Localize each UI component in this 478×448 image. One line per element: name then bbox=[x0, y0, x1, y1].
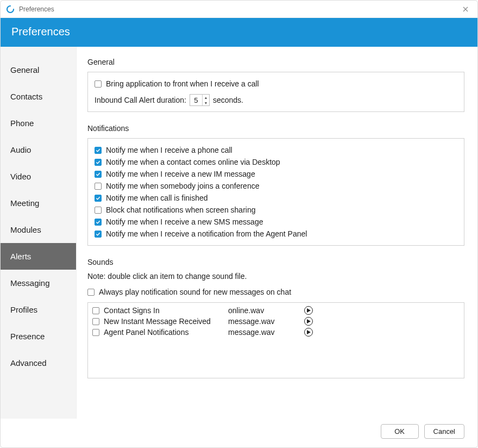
footer: OK Cancel bbox=[1, 419, 477, 447]
sidebar-item-video[interactable]: Video bbox=[1, 163, 76, 190]
checkbox-bring-to-front[interactable] bbox=[95, 80, 102, 88]
notification-row: Notify me when I receive a new IM messag… bbox=[95, 168, 457, 180]
spinner-up-icon[interactable]: ▲ bbox=[203, 95, 209, 100]
checkbox-sound[interactable] bbox=[92, 329, 99, 336]
preferences-window: Preferences Preferences GeneralContactsP… bbox=[0, 0, 478, 448]
sound-row[interactable]: Contact Signs Inonline.wav bbox=[92, 305, 460, 316]
notification-label: Notify me when a contact comes online vi… bbox=[106, 158, 280, 166]
section-title-sounds: Sounds bbox=[87, 258, 464, 266]
checkbox-notification[interactable] bbox=[95, 195, 102, 202]
notification-label: Notify me when I receive a notification … bbox=[106, 229, 307, 238]
label-duration-prefix: Inbound Call Alert duration: bbox=[95, 96, 186, 104]
sidebar-item-meeting[interactable]: Meeting bbox=[1, 190, 76, 216]
ok-button[interactable]: OK bbox=[381, 424, 419, 439]
checkbox-always-play[interactable] bbox=[87, 289, 95, 296]
sounds-box: Note: double click an item to change sou… bbox=[87, 272, 464, 378]
sidebar-item-advanced[interactable]: Advanced bbox=[1, 350, 76, 376]
sidebar-item-phone[interactable]: Phone bbox=[1, 110, 76, 136]
sounds-note: Note: double click an item to change sou… bbox=[87, 272, 464, 281]
sidebar-item-alerts[interactable]: Alerts bbox=[1, 243, 76, 270]
sidebar-item-presence[interactable]: Presence bbox=[1, 323, 76, 350]
close-icon[interactable] bbox=[459, 3, 472, 16]
notification-row: Notify me when I receive a new SMS messa… bbox=[95, 216, 457, 228]
sidebar-item-general[interactable]: General bbox=[1, 57, 76, 83]
checkbox-notification[interactable] bbox=[95, 219, 102, 226]
section-title-general: General bbox=[87, 58, 464, 66]
sound-row[interactable]: Agent Panel Notificationsmessage.wav bbox=[92, 327, 460, 338]
sound-file: message.wav bbox=[228, 328, 304, 337]
notification-row: Notify me when a contact comes online vi… bbox=[95, 156, 457, 168]
header-title: Preferences bbox=[11, 26, 70, 38]
notification-label: Notify me when somebody joins a conferen… bbox=[106, 182, 259, 190]
content: General Bring application to front when … bbox=[77, 47, 477, 419]
checkbox-notification[interactable] bbox=[95, 147, 102, 154]
label-duration-suffix: seconds. bbox=[213, 96, 243, 104]
checkbox-notification[interactable] bbox=[95, 183, 102, 190]
sidebar-item-audio[interactable]: Audio bbox=[1, 136, 76, 163]
cancel-button[interactable]: Cancel bbox=[424, 424, 464, 439]
notification-label: Notify me when I receive a phone call bbox=[106, 146, 232, 154]
notification-row: Notify me when call is finished bbox=[95, 192, 457, 204]
checkbox-notification[interactable] bbox=[95, 171, 102, 178]
section-title-notifications: Notifications bbox=[87, 124, 464, 133]
notification-label: Block chat notifications when screen sha… bbox=[106, 206, 255, 214]
header: Preferences bbox=[1, 18, 477, 47]
sidebar-item-messaging[interactable]: Messaging bbox=[1, 270, 76, 296]
sound-name: Contact Signs In bbox=[104, 306, 160, 315]
label-always-play: Always play notification sound for new m… bbox=[99, 288, 291, 296]
play-icon[interactable] bbox=[304, 317, 313, 326]
notification-row: Notify me when I receive a notification … bbox=[95, 228, 457, 240]
sidebar: GeneralContactsPhoneAudioVideoMeetingMod… bbox=[1, 47, 77, 419]
general-box: Bring application to front when I receiv… bbox=[87, 72, 464, 112]
notification-label: Notify me when call is finished bbox=[106, 194, 208, 202]
duration-spinner[interactable]: 5 ▲ ▼ bbox=[190, 94, 210, 106]
spinner-down-icon[interactable]: ▼ bbox=[203, 100, 209, 105]
sound-file: online.wav bbox=[228, 306, 304, 315]
sound-file: message.wav bbox=[228, 317, 304, 326]
sound-table: Contact Signs Inonline.wavNew Instant Me… bbox=[87, 302, 464, 378]
notification-label: Notify me when I receive a new SMS messa… bbox=[106, 217, 263, 226]
play-icon[interactable] bbox=[304, 306, 313, 315]
checkbox-sound[interactable] bbox=[92, 318, 99, 325]
sidebar-item-contacts[interactable]: Contacts bbox=[1, 83, 76, 110]
duration-value: 5 bbox=[190, 96, 202, 104]
notification-label: Notify me when I receive a new IM messag… bbox=[106, 170, 255, 178]
titlebar: Preferences bbox=[1, 1, 477, 18]
checkbox-notification[interactable] bbox=[95, 159, 102, 166]
notifications-box: Notify me when I receive a phone callNot… bbox=[87, 138, 464, 246]
play-icon[interactable] bbox=[304, 328, 313, 337]
notification-row: Notify me when somebody joins a conferen… bbox=[95, 180, 457, 192]
app-icon bbox=[6, 5, 15, 14]
sound-name: New Instant Message Received bbox=[104, 317, 211, 326]
sound-name: Agent Panel Notifications bbox=[104, 328, 188, 337]
checkbox-notification[interactable] bbox=[95, 231, 102, 238]
sidebar-item-modules[interactable]: Modules bbox=[1, 216, 76, 243]
window-title: Preferences bbox=[19, 5, 54, 13]
notification-row: Notify me when I receive a phone call bbox=[95, 144, 457, 156]
sound-row[interactable]: New Instant Message Receivedmessage.wav bbox=[92, 316, 460, 327]
checkbox-sound[interactable] bbox=[92, 307, 99, 314]
label-bring-to-front: Bring application to front when I receiv… bbox=[106, 79, 259, 88]
notification-row: Block chat notifications when screen sha… bbox=[95, 204, 457, 216]
checkbox-notification[interactable] bbox=[95, 207, 102, 214]
sidebar-item-profiles[interactable]: Profiles bbox=[1, 296, 76, 323]
